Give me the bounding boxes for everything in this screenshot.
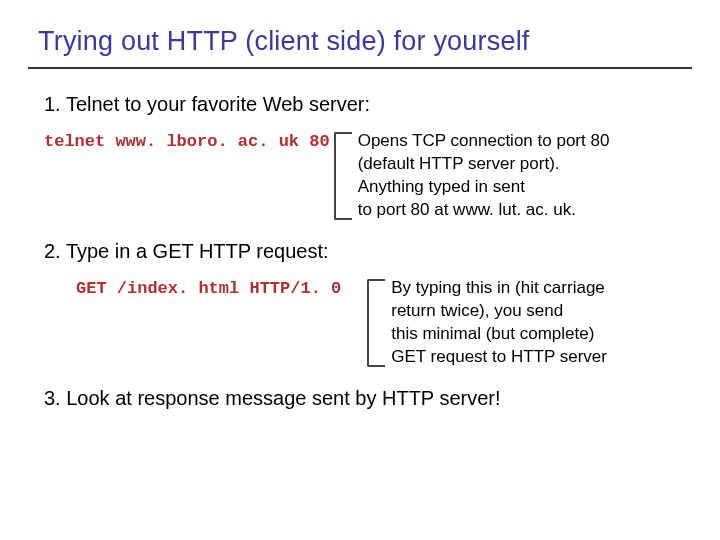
note1-line1: Opens TCP connection to port 80 <box>358 131 610 150</box>
get-command: GET /index. html HTTP/1. 0 <box>76 277 341 298</box>
note2-line2: return twice), you send <box>391 301 563 320</box>
bracket-icon <box>334 132 352 220</box>
step-1-note: Opens TCP connection to port 80 (default… <box>358 130 610 222</box>
note2-line3: this minimal (but complete) <box>391 324 594 343</box>
note2-line4: GET request to HTTP server <box>391 347 607 366</box>
step-2-note: By typing this in (hit carriage return t… <box>391 277 607 369</box>
note2-line1: By typing this in (hit carriage <box>391 278 605 297</box>
step-2-block: GET /index. html HTTP/1. 0 By typing thi… <box>76 277 692 369</box>
step-1: 1. Telnet to your favorite Web server: <box>44 93 692 116</box>
note1-line3: Anything typed in sent <box>358 177 525 196</box>
bracket-icon <box>367 279 385 367</box>
title-rule <box>28 67 692 69</box>
slide-title: Trying out HTTP (client side) for yourse… <box>38 26 692 57</box>
step-3: 3. Look at response message sent by HTTP… <box>44 387 692 410</box>
step-2: 2. Type in a GET HTTP request: <box>44 240 692 263</box>
note1-line4: to port 80 at www. lut. ac. uk. <box>358 200 576 219</box>
step-1-block: telnet www. lboro. ac. uk 80 Opens TCP c… <box>44 130 692 222</box>
note1-line2: (default HTTP server port). <box>358 154 560 173</box>
telnet-command: telnet www. lboro. ac. uk 80 <box>44 130 330 151</box>
